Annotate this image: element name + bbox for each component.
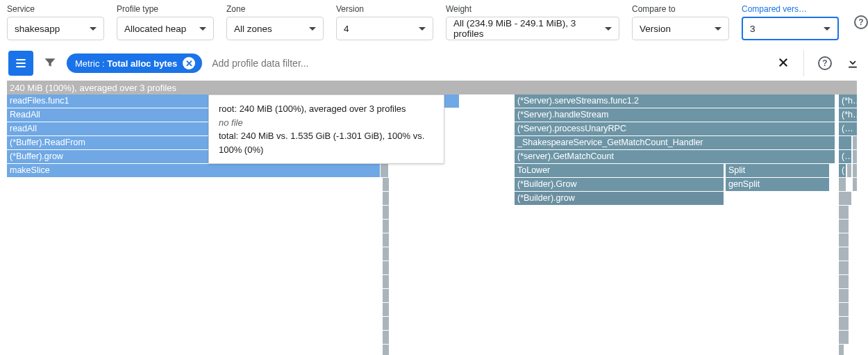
chevron-down-icon	[605, 27, 612, 31]
chevron-down-icon	[419, 27, 426, 31]
flame-segment[interactable]: (*server).GetMatchCount	[515, 150, 835, 163]
flame-segment[interactable]: (*h…	[839, 108, 858, 122]
help-icon[interactable]: ?	[818, 56, 832, 70]
label-profile-type: Profile type	[117, 4, 214, 14]
label-zone: Zone	[226, 4, 324, 14]
label-compare-to: Compare to	[632, 4, 729, 14]
select-version-value: 4	[344, 24, 349, 34]
flame-segment[interactable]	[839, 247, 849, 261]
flame-segment[interactable]	[383, 303, 390, 316]
flame-segment[interactable]: (…	[839, 122, 858, 135]
flame-segment[interactable]	[381, 164, 389, 177]
select-zone-value: All zones	[234, 24, 272, 34]
flame-segment[interactable]: genSplit	[726, 178, 830, 191]
flame-segment[interactable]: (…	[839, 150, 852, 163]
flame-segment[interactable]: (*Server).handleStream	[515, 108, 835, 122]
divider	[803, 50, 804, 76]
chevron-down-icon	[90, 27, 97, 31]
filter-icon[interactable]	[43, 56, 57, 72]
label-service: Service	[7, 4, 104, 14]
flame-tooltip: root: 240 MiB (100%), averaged over 3 pr…	[208, 94, 444, 164]
flame-segment[interactable]	[383, 220, 390, 233]
close-icon[interactable]	[777, 56, 790, 71]
flame-segment[interactable]	[839, 206, 849, 219]
flame-segment[interactable]	[853, 136, 858, 149]
select-weight[interactable]: All (234.9 MiB - 249.1 MiB), 3 profiles	[446, 17, 619, 40]
flame-segment[interactable]: (*Server).serveStreams.func1.2	[515, 94, 835, 108]
select-version[interactable]: 4	[336, 17, 433, 40]
flame-segment[interactable]: (*Server).processUnaryRPC	[515, 122, 835, 135]
flame-segment[interactable]	[839, 303, 849, 316]
label-compared-version: Compared vers…	[742, 4, 839, 14]
tooltip-total-prefix: total:	[219, 131, 238, 141]
chip-clear-icon[interactable]: ✕	[183, 57, 195, 69]
chip-key: Metric	[75, 58, 99, 69]
flame-segment[interactable]	[839, 233, 849, 247]
flame-segment[interactable]	[383, 331, 390, 344]
select-service-value: shakesapp	[15, 24, 60, 34]
flame-segment[interactable]: makeSlice	[7, 164, 381, 177]
select-profile-type-value: Allocated heap	[124, 24, 186, 34]
chevron-down-icon	[715, 27, 721, 31]
select-weight-value: All (234.9 MiB - 249.1 MiB), 3 profiles	[453, 18, 605, 39]
flame-segment[interactable]: (*Builder).grow	[515, 192, 724, 205]
flame-segment[interactable]: ToLower	[515, 164, 724, 177]
help-icon[interactable]: ?	[854, 15, 868, 29]
flame-segment[interactable]: (…	[839, 164, 846, 177]
flame-segment[interactable]: _ShakespeareService_GetMatchCount_Handle…	[515, 136, 835, 149]
flame-segment[interactable]	[839, 220, 849, 233]
flame-segment[interactable]	[839, 331, 849, 344]
flame-segment[interactable]	[383, 317, 390, 330]
select-compare-to[interactable]: Version	[632, 17, 729, 40]
flame-segment[interactable]	[839, 178, 846, 191]
download-icon[interactable]	[846, 56, 860, 72]
flame-segment[interactable]: Split	[726, 164, 830, 177]
flame-segment[interactable]	[853, 164, 858, 177]
tooltip-total-rest: 240 MiB vs. 1.535 GiB (-1.301 GiB), 100%…	[219, 131, 424, 155]
filter-input[interactable]	[212, 53, 767, 73]
tooltip-title-rest: 240 MiB (100%), averaged over 3 profiles	[237, 104, 406, 114]
flame-root[interactable]: 240 MiB (100%), averaged over 3 profiles	[7, 81, 857, 94]
list-view-button[interactable]	[8, 51, 33, 76]
flame-segment[interactable]	[383, 233, 390, 247]
flame-segment[interactable]	[839, 317, 849, 330]
flame-segment[interactable]: (*Builder).Grow	[515, 178, 724, 191]
select-compare-to-value: Version	[640, 24, 671, 34]
flame-segment[interactable]	[839, 192, 852, 205]
flame-segment[interactable]	[383, 275, 390, 288]
select-compared-version-value: 3	[750, 24, 756, 34]
chevron-down-icon	[309, 27, 316, 31]
flame-segment[interactable]	[839, 275, 849, 288]
flame-segment[interactable]	[383, 261, 390, 274]
flame-segment[interactable]	[383, 178, 390, 191]
flame-segment[interactable]	[853, 150, 858, 163]
chevron-down-icon	[824, 27, 831, 31]
flame-segment[interactable]	[839, 345, 844, 355]
select-profile-type[interactable]: Allocated heap	[117, 17, 214, 40]
flame-graph[interactable]: 240 MiB (100%), averaged over 3 profiles…	[0, 79, 868, 355]
flame-segment[interactable]	[383, 345, 390, 355]
label-version: Version	[336, 4, 433, 14]
flame-segment[interactable]	[839, 261, 849, 274]
chevron-down-icon	[199, 27, 206, 31]
flame-segment[interactable]	[847, 164, 852, 177]
select-compared-version[interactable]: 3	[742, 17, 839, 40]
flame-segment[interactable]	[383, 289, 390, 302]
flame-segment[interactable]	[383, 192, 390, 205]
tooltip-title-prefix: root:	[219, 104, 237, 114]
label-weight: Weight	[446, 4, 619, 14]
flame-segment[interactable]	[853, 178, 858, 191]
tooltip-subtitle: no file	[219, 116, 434, 130]
flame-segment[interactable]	[383, 206, 390, 219]
metric-chip[interactable]: Metric : Total alloc bytes ✕	[67, 53, 202, 73]
select-service[interactable]: shakesapp	[7, 17, 104, 40]
chip-value: Total alloc bytes	[107, 58, 177, 69]
select-zone[interactable]: All zones	[226, 17, 324, 40]
flame-segment[interactable]: (*h…	[839, 94, 858, 108]
flame-segment[interactable]	[839, 289, 849, 302]
flame-segment[interactable]	[839, 136, 852, 149]
flame-segment[interactable]	[383, 247, 390, 261]
